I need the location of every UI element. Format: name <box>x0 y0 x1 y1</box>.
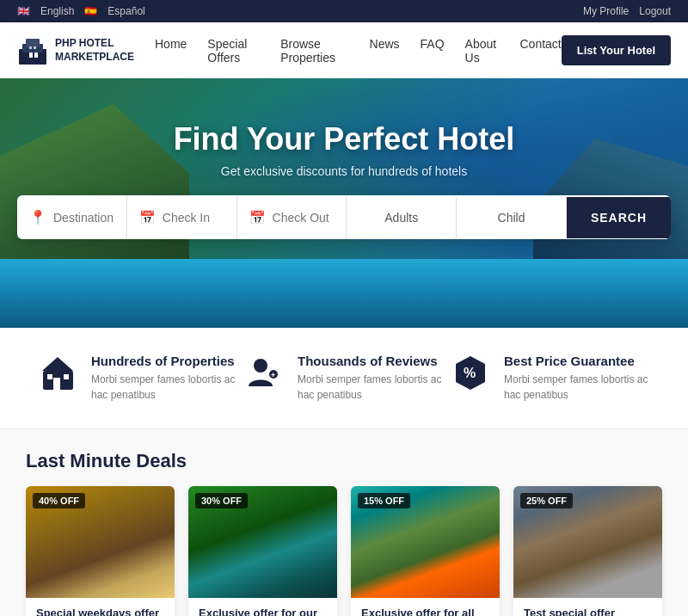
logout-link[interactable]: Logout <box>639 5 671 17</box>
deal-badge-2: 30% OFF <box>195 493 248 508</box>
feature-price: % Best Price Guarantee Morbi semper fame… <box>452 354 649 403</box>
nav-home[interactable]: Home <box>155 37 187 51</box>
svg-text:+: + <box>271 371 275 379</box>
logo-text: PHP HOTEL MARKETPLACE <box>55 37 134 64</box>
feature-reviews-title: Thousands of Reviews <box>298 354 443 368</box>
top-bar-right: My Profile Logout <box>583 5 671 17</box>
language-selector: 🇬🇧 English 🇪🇸 Español <box>17 5 145 17</box>
location-pin-icon: 📍 <box>29 209 46 225</box>
svg-rect-9 <box>53 378 60 390</box>
svg-marker-8 <box>42 357 73 371</box>
svg-text:%: % <box>464 366 476 380</box>
nav-contact[interactable]: Contact <box>520 37 562 51</box>
hero-section: Find Your Perfect Hotel Get exclusive di… <box>0 78 688 328</box>
hero-water <box>0 259 688 328</box>
checkout-input[interactable] <box>273 211 335 225</box>
adults-label: Adults <box>384 211 418 225</box>
deal-title-1: Special weekdays offer <box>36 607 164 616</box>
feature-price-desc: Morbi semper fames lobortis ac hac penat… <box>504 372 649 403</box>
deal-image-2: 30% OFF <box>188 486 337 598</box>
nav-browse-properties[interactable]: Browse Properties <box>280 37 335 65</box>
my-profile-link[interactable]: My Profile <box>583 5 629 17</box>
feature-properties-title: Hundreds of Properties <box>91 354 236 368</box>
logo-icon <box>17 35 48 66</box>
child-label: Child <box>498 211 525 225</box>
feature-reviews: + Thousands of Reviews Morbi semper fame… <box>245 354 443 403</box>
feature-properties: Hundreds of Properties Morbi semper fame… <box>39 354 236 403</box>
nav-about[interactable]: About Us <box>465 37 497 65</box>
features-section: Hundreds of Properties Morbi semper fame… <box>0 328 688 429</box>
svg-rect-4 <box>34 52 38 58</box>
checkin-input[interactable] <box>163 211 224 225</box>
deal-card-2: 30% OFF Exclusive offer for our over the… <box>188 486 337 616</box>
reviews-icon: + <box>245 354 284 400</box>
deal-image-1: 40% OFF <box>26 486 175 598</box>
nav-special-offers[interactable]: Special Offers <box>207 37 247 65</box>
deals-grid: 40% OFF Special weekdays offer Curabitur… <box>26 486 662 616</box>
nav-links: Home Special Offers Browse Properties Ne… <box>155 37 562 65</box>
child-field[interactable]: Child <box>457 197 567 238</box>
deal-title-4: Test special offer <box>524 607 652 616</box>
hero-title: Find Your Perfect Hotel <box>174 121 515 157</box>
adults-field[interactable]: Adults <box>347 197 457 238</box>
feature-reviews-desc: Morbi semper fames lobortis ac hac penat… <box>298 372 443 403</box>
svg-rect-6 <box>34 46 36 49</box>
flag-es: 🇪🇸 <box>84 5 97 17</box>
deals-section-title: Last Minute Deals <box>26 450 662 472</box>
navbar: PHP HOTEL MARKETPLACE Home Special Offer… <box>0 22 688 78</box>
destination-field[interactable]: 📍 <box>17 195 127 239</box>
flag-en: 🇬🇧 <box>17 5 30 17</box>
deals-section: Last Minute Deals 40% OFF Special weekda… <box>0 429 688 616</box>
lang-spanish-link[interactable]: Español <box>108 5 144 17</box>
deal-badge-3: 15% OFF <box>358 493 410 508</box>
deal-card-3: 15% OFF Exclusive offer for all our Fami… <box>351 486 500 616</box>
hero-subtitle: Get exclusive discounts for hundreds of … <box>221 164 467 178</box>
top-bar: 🇬🇧 English 🇪🇸 Español My Profile Logout <box>0 0 688 22</box>
checkout-calendar-icon: 📅 <box>249 210 266 225</box>
deal-title-2: Exclusive offer for our over the water b… <box>199 607 327 616</box>
deal-card-1: 40% OFF Special weekdays offer Curabitur… <box>26 486 175 616</box>
deal-image-3: 15% OFF <box>351 486 500 598</box>
feature-properties-desc: Morbi semper fames lobortis ac hac penat… <box>91 372 236 403</box>
deal-card-4: 25% OFF Test special offer Vivamus aucto… <box>513 486 662 616</box>
svg-rect-3 <box>29 52 33 58</box>
nav-news[interactable]: News <box>370 37 400 51</box>
svg-rect-10 <box>47 374 52 379</box>
deal-badge-4: 25% OFF <box>520 493 573 508</box>
logo: PHP HOTEL MARKETPLACE <box>17 35 155 66</box>
feature-price-title: Best Price Guarantee <box>504 354 649 368</box>
svg-rect-11 <box>64 374 69 379</box>
svg-point-12 <box>254 359 267 373</box>
checkout-field[interactable]: 📅 <box>237 196 347 239</box>
nav-faq[interactable]: FAQ <box>421 37 445 51</box>
checkin-field[interactable]: 📅 <box>127 196 237 239</box>
properties-icon <box>39 354 77 400</box>
destination-input[interactable] <box>53 211 114 225</box>
list-your-hotel-button[interactable]: List Your Hotel <box>562 35 671 65</box>
svg-rect-2 <box>26 39 40 47</box>
search-button[interactable]: SEARCH <box>567 197 671 238</box>
checkin-calendar-icon: 📅 <box>139 210 156 225</box>
svg-rect-5 <box>29 46 32 49</box>
deal-title-3: Exclusive offer for all our Family rooms <box>361 607 489 616</box>
price-icon: % <box>452 354 490 400</box>
search-bar: 📍 📅 📅 Adults Child SEARCH <box>17 195 671 239</box>
lang-english-link[interactable]: English <box>40 5 74 17</box>
deal-image-4: 25% OFF <box>513 486 662 598</box>
deal-badge-1: 40% OFF <box>33 493 85 508</box>
